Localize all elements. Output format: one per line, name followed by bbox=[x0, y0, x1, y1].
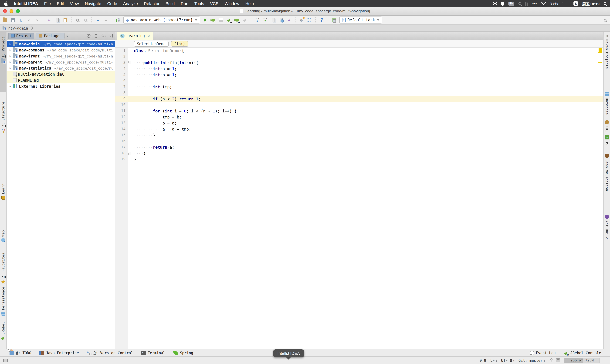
tree-item-nav-parent[interactable]: ▶nav-parent~/my_code_space/git_code/mult… bbox=[7, 59, 115, 65]
hector-inspections-icon[interactable] bbox=[556, 358, 560, 363]
run-configuration-select[interactable]: ⚙ nav-admin-web [tomcat7:run] bbox=[123, 16, 200, 24]
code-line-3[interactable]: 3····public·int·fib(int·n)·{ bbox=[115, 60, 603, 66]
paste-button[interactable] bbox=[62, 17, 68, 23]
tool-stripe-button-maven-projects[interactable]: mMaven Projects bbox=[604, 34, 610, 69]
jrebel-debug-button[interactable]: JR bbox=[234, 17, 240, 23]
tool-stripe-button-jrebel[interactable]: JRebel bbox=[0, 322, 6, 340]
line-number[interactable]: 2 bbox=[115, 54, 126, 60]
search-everywhere-button[interactable] bbox=[602, 17, 608, 23]
expand-arrow-icon[interactable]: ▶ bbox=[8, 49, 13, 52]
synchronize-button[interactable]: ↻ bbox=[18, 17, 24, 23]
debug-button[interactable] bbox=[210, 17, 216, 23]
line-number[interactable]: 11 bbox=[115, 108, 126, 114]
close-window-button[interactable] bbox=[3, 9, 7, 13]
tab-project[interactable]: Project bbox=[8, 33, 35, 39]
toggle-toolwindows-button[interactable] bbox=[3, 358, 8, 362]
menu-edit[interactable]: Edit bbox=[57, 1, 64, 6]
line-number[interactable]: 3 bbox=[115, 60, 126, 66]
menu-refactor[interactable]: Refactor bbox=[144, 1, 159, 6]
close-tab-icon[interactable]: × bbox=[148, 34, 150, 38]
help-button[interactable]: ? bbox=[319, 17, 324, 23]
code-line-1[interactable]: 1class·SelectionDemo·{ bbox=[115, 48, 603, 54]
line-number[interactable]: 17 bbox=[115, 144, 126, 150]
caret-position[interactable]: 9:9 bbox=[480, 358, 486, 363]
settings-button[interactable]: ⚙ bbox=[299, 17, 304, 23]
spotlight-search-icon[interactable] bbox=[604, 2, 606, 5]
toolwindow-button-version-control[interactable]: 9: Version Control bbox=[87, 351, 133, 355]
line-number[interactable]: 13 bbox=[115, 120, 126, 126]
undo-button[interactable]: ↶ bbox=[26, 17, 32, 23]
toolwindow-button-todo[interactable]: 6: TODO bbox=[10, 351, 31, 355]
tree-item-nav-admin[interactable]: ▶nav-admin~/my_code_space/git_code/multi… bbox=[7, 41, 115, 47]
rollback-button[interactable]: ↩ bbox=[286, 17, 292, 23]
window-titlebar[interactable]: Learning - multi-navigation - [~/my_code… bbox=[0, 7, 610, 15]
more-status-icon[interactable]: ••• bbox=[532, 1, 537, 5]
gear-icon[interactable] bbox=[101, 34, 106, 38]
minimize-window-button[interactable] bbox=[10, 9, 13, 13]
battery-icon[interactable] bbox=[562, 2, 570, 5]
tree-item-nav-commons[interactable]: ▶nav-commons~/my_code_space/git_code/mul… bbox=[7, 47, 115, 53]
fold-marker-icon[interactable] bbox=[128, 152, 131, 155]
task-select[interactable]: ? Default task bbox=[339, 16, 382, 24]
zoom-window-button[interactable] bbox=[16, 9, 20, 13]
input-method-badge[interactable]: EN bbox=[508, 1, 514, 6]
jrebel-sync-button[interactable] bbox=[331, 17, 337, 23]
code-line-17[interactable]: 17········return·a; bbox=[115, 144, 603, 150]
line-number[interactable]: 12 bbox=[115, 114, 126, 120]
tool-stripe-button-cdi[interactable]: CDI bbox=[604, 120, 610, 132]
menu-build[interactable]: Build bbox=[166, 1, 175, 6]
menu-tools[interactable]: Tools bbox=[194, 1, 204, 6]
menu-analyze[interactable]: Analyze bbox=[123, 1, 138, 6]
line-number[interactable]: 4 bbox=[115, 66, 126, 72]
redo-button[interactable]: ↷ bbox=[34, 17, 40, 23]
code-line-4[interactable]: 4········int·a·=·1; bbox=[115, 66, 603, 72]
find-button[interactable] bbox=[75, 17, 80, 23]
code-line-19[interactable]: 19} bbox=[115, 156, 603, 162]
code-line-12[interactable]: 12············tmp·=·b; bbox=[115, 114, 603, 120]
expand-arrow-icon[interactable]: ▶ bbox=[8, 43, 13, 45]
code-line-18[interactable]: 18····} bbox=[115, 150, 603, 156]
inspection-status-icon[interactable] bbox=[598, 48, 602, 52]
code-line-11[interactable]: 11········for·(int·i·=·0;·i·<·(n·-·1);·i… bbox=[115, 108, 603, 114]
copy-button[interactable] bbox=[54, 17, 60, 23]
line-number[interactable]: 18 bbox=[115, 150, 126, 156]
code-line-6[interactable]: 6 bbox=[115, 78, 603, 84]
menu-window[interactable]: Window bbox=[225, 1, 239, 6]
jrebel-run-button[interactable]: JR bbox=[226, 17, 232, 23]
menu-run[interactable]: Run bbox=[181, 1, 188, 6]
expand-arrow-icon[interactable]: ▶ bbox=[8, 85, 13, 88]
line-number[interactable]: 1 bbox=[115, 48, 126, 54]
menubar-clock[interactable]: 周五10:19 bbox=[582, 1, 599, 6]
more-tabs-icon[interactable]: ▶ bbox=[67, 34, 68, 37]
code-line-13[interactable]: 13············b·=·a; bbox=[115, 120, 603, 126]
tree-item-README.md[interactable]: README.md bbox=[7, 77, 115, 83]
breadcrumb[interactable]: nav-admin bbox=[8, 26, 28, 30]
project-structure-button[interactable] bbox=[306, 17, 312, 23]
menu-view[interactable]: View bbox=[70, 1, 79, 6]
line-number[interactable]: 6 bbox=[115, 78, 126, 84]
run-button[interactable] bbox=[202, 17, 208, 23]
code-line-8[interactable]: 8 bbox=[115, 90, 603, 96]
warning-stripe-mark[interactable] bbox=[598, 52, 602, 53]
tree-item-nav-statistics[interactable]: ▶nav-statistics~/my_code_space/git_code/… bbox=[7, 65, 115, 71]
cut-button[interactable]: ✂ bbox=[46, 17, 52, 23]
line-number[interactable]: 7 bbox=[115, 84, 126, 90]
breadcrumb-class-chip[interactable]: SelectionDemo bbox=[134, 41, 169, 47]
sogou-search-icon[interactable] bbox=[518, 2, 521, 5]
tool-stripe-button-persistence[interactable]: Persistence bbox=[0, 287, 6, 316]
menu-navigate[interactable]: Navigate bbox=[85, 1, 101, 6]
menu-vcs[interactable]: VCS bbox=[210, 1, 219, 6]
toolwindow-button-event-log[interactable]: Event Log bbox=[530, 351, 556, 355]
line-number[interactable]: 16 bbox=[115, 138, 126, 144]
line-number[interactable]: 19 bbox=[115, 156, 126, 162]
line-number[interactable]: 8 bbox=[115, 90, 126, 96]
expand-arrow-icon[interactable]: ▶ bbox=[8, 55, 13, 57]
toolwindow-button-terminal[interactable]: >_Terminal bbox=[141, 351, 165, 355]
editor-tab-learning[interactable]: C Learning × bbox=[117, 32, 153, 40]
code-line-7[interactable]: 7········int·tmp; bbox=[115, 84, 603, 90]
vcs-update-button[interactable]: VCS↓ bbox=[254, 17, 260, 23]
replace-button[interactable] bbox=[83, 17, 88, 23]
line-number[interactable]: 9 bbox=[115, 96, 126, 102]
memory-indicator[interactable]: 266 of 725M bbox=[564, 358, 600, 363]
autoscroll-icon[interactable] bbox=[86, 34, 91, 38]
